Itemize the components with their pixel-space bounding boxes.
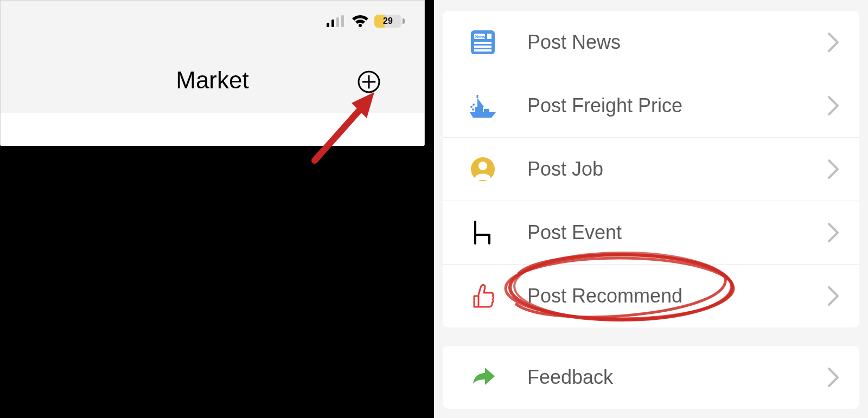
share-arrow-icon	[468, 362, 498, 393]
feedback-card: Feedback	[443, 346, 859, 409]
chevron-right-icon	[826, 366, 841, 388]
cellular-signal-icon	[327, 15, 346, 27]
wifi-icon	[352, 15, 369, 28]
svg-rect-15	[475, 107, 483, 112]
post-menu-screenshot: News Post News	[434, 0, 868, 418]
menu-item-label: Post Recommend	[527, 285, 682, 307]
chevron-right-icon	[826, 158, 841, 180]
menu-item-post-job[interactable]: Post Job	[443, 137, 859, 201]
svg-rect-11	[474, 42, 492, 44]
svg-rect-16	[484, 109, 489, 112]
svg-point-4	[359, 24, 362, 27]
svg-marker-17	[477, 98, 484, 107]
chevron-right-icon	[826, 95, 841, 117]
svg-rect-2	[336, 17, 339, 27]
svg-point-23	[478, 162, 487, 170]
header-bar: 29 Market	[1, 1, 424, 113]
content-area	[1, 113, 424, 146]
post-menu-card: News Post News	[443, 11, 859, 327]
svg-point-19	[472, 108, 474, 111]
news-icon: News	[468, 27, 498, 57]
svg-rect-0	[327, 23, 329, 27]
chevron-right-icon	[826, 31, 841, 53]
svg-rect-1	[331, 20, 334, 27]
battery-level: 29	[374, 15, 401, 28]
menu-item-post-event[interactable]: Post Event	[443, 201, 859, 264]
menu-item-label: Post Job	[527, 158, 603, 181]
svg-rect-3	[341, 15, 344, 27]
add-button[interactable]	[357, 70, 381, 94]
menu-item-label: Post Freight Price	[527, 94, 682, 117]
thumbs-up-icon	[468, 281, 498, 311]
svg-point-21	[473, 104, 475, 106]
status-bar: 29	[327, 15, 405, 28]
menu-item-post-news[interactable]: News Post News	[443, 11, 859, 74]
svg-point-20	[470, 106, 473, 108]
chair-icon	[468, 217, 498, 248]
market-screenshot: 29 Market	[0, 0, 425, 145]
menu-item-label: Post News	[527, 31, 621, 54]
chevron-right-icon	[826, 285, 841, 307]
menu-item-feedback[interactable]: Feedback	[443, 346, 859, 409]
battery-indicator: 29	[374, 15, 405, 28]
svg-rect-13	[474, 49, 492, 52]
menu-item-post-recommend[interactable]: Post Recommend	[443, 264, 859, 327]
ship-icon	[468, 91, 498, 121]
svg-rect-12	[474, 46, 492, 48]
menu-item-label: Feedback	[527, 366, 613, 389]
person-icon	[468, 154, 498, 184]
svg-text:News: News	[475, 35, 485, 38]
menu-item-label: Post Event	[527, 221, 622, 244]
svg-rect-14	[487, 34, 492, 39]
menu-item-post-freight-price[interactable]: Post Freight Price	[443, 74, 859, 137]
chevron-right-icon	[826, 222, 841, 243]
